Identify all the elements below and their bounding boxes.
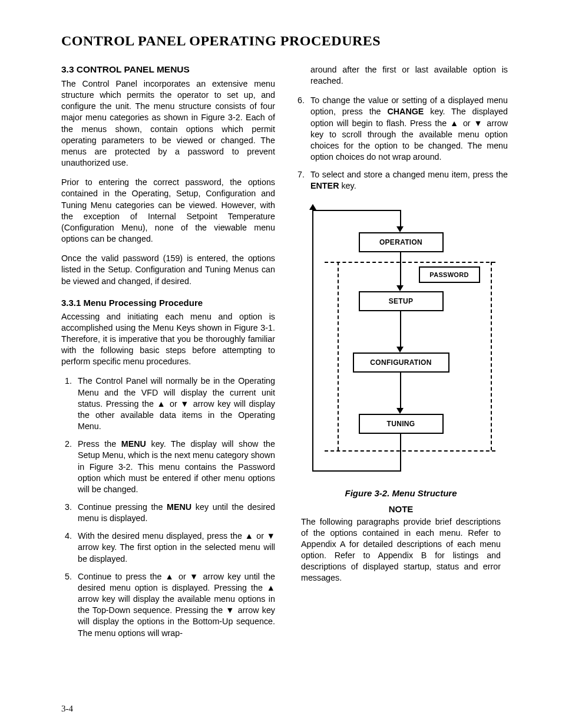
note-body: The following paragraphs provide brief d… (294, 516, 508, 584)
diagram-box-configuration: CONFIGURATION (353, 353, 449, 373)
diagram-box-tuning: TUNING (359, 414, 444, 434)
section-heading-3-3: 3.3 CONTROL PANEL MENUS (61, 64, 275, 75)
diagram-dashed-line (491, 262, 492, 450)
diagram-box-setup: SETUP (359, 291, 444, 311)
menu-structure-diagram: OPERATION PASSWORD SETUP CONFIGURATION (301, 200, 501, 477)
diagram-line (400, 310, 401, 347)
text: Continue pressing the (78, 502, 167, 512)
arrow-down-icon (396, 408, 404, 414)
procedure-list: The Control Panel will normally be in th… (61, 375, 275, 638)
paragraph: Prior to entering the correct password, … (61, 177, 275, 245)
paragraph: Once the valid password (159) is entered… (61, 253, 275, 286)
list-item: To change the value or setting of a disp… (307, 95, 508, 163)
paragraph-continuation: around after the first or last available… (310, 64, 508, 87)
text: key. (339, 181, 356, 190)
page-title: CONTROL PANEL OPERATING PROCEDURES (61, 33, 508, 49)
list-item: With the desired menu displayed, press t… (74, 531, 275, 564)
two-column-layout: 3.3 CONTROL PANEL MENUS The Control Pane… (61, 64, 508, 645)
document-page: CONTROL PANEL OPERATING PROCEDURES 3.3 C… (0, 0, 562, 728)
key-enter: ENTER (310, 181, 339, 190)
left-column: 3.3 CONTROL PANEL MENUS The Control Pane… (61, 64, 275, 645)
text: Press the (78, 439, 121, 449)
paragraph: Accessing and initiating each menu and o… (61, 311, 275, 368)
page-number: 3-4 (61, 704, 73, 714)
diagram-box-operation: OPERATION (359, 232, 444, 252)
arrow-up-icon (309, 204, 316, 210)
diagram-dashed-line (338, 262, 339, 450)
arrow-down-icon (396, 285, 404, 291)
diagram-line (312, 470, 401, 472)
arrow-down-icon (396, 226, 404, 232)
key-change: CHANGE (387, 107, 424, 116)
paragraph: The Control Panel incorporates an extens… (61, 78, 275, 169)
diagram-line (400, 433, 401, 472)
arrow-down-icon (396, 347, 404, 353)
list-item: Press the MENU key. The display will sho… (74, 439, 275, 495)
key-menu: MENU (121, 439, 146, 449)
diagram-line (312, 210, 401, 211)
diagram-line (400, 210, 401, 226)
list-item: Continue to press the ▲ or ▼ arrow key u… (74, 571, 275, 639)
procedure-list-continued: To change the value or setting of a disp… (294, 95, 508, 192)
diagram-line (400, 251, 401, 285)
text: To select and store a changed menu item,… (310, 170, 508, 179)
diagram-dashed-line (325, 262, 495, 263)
list-item: To select and store a changed menu item,… (307, 169, 508, 192)
figure-caption: Figure 3-2. Menu Structure (294, 488, 508, 498)
right-column: around after the first or last available… (294, 64, 508, 645)
diagram-line (400, 371, 401, 408)
subsection-heading-3-3-1: 3.3.1 Menu Processing Procedure (61, 298, 275, 308)
note-heading: NOTE (294, 504, 508, 514)
diagram-dashed-line (325, 450, 495, 452)
list-item: Continue pressing the MENU key until the… (74, 502, 275, 524)
key-menu: MENU (167, 502, 191, 512)
diagram-line (312, 210, 313, 472)
list-item: The Control Panel will normally be in th… (74, 375, 275, 432)
diagram-box-password: PASSWORD (419, 266, 480, 283)
